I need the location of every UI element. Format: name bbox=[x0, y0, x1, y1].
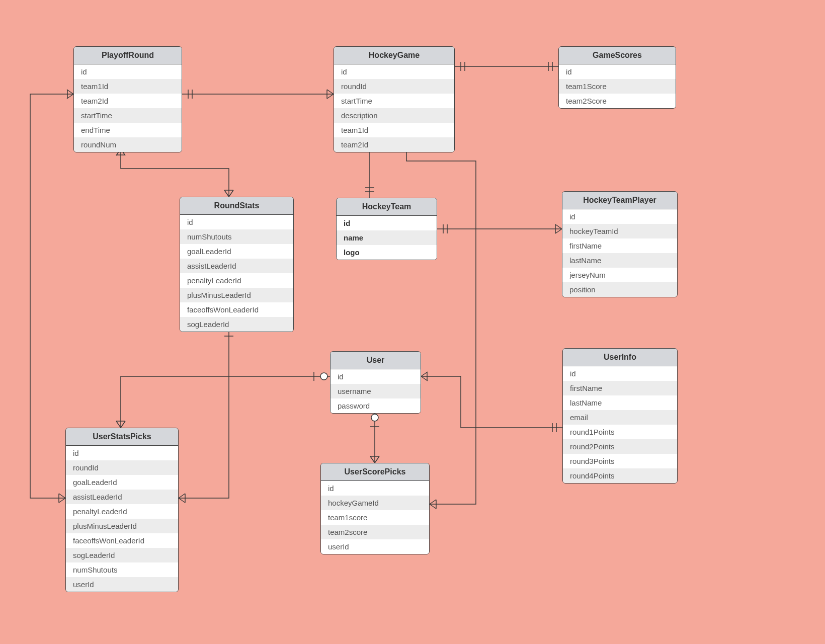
entity-field: logo bbox=[337, 245, 437, 260]
entity-field: email bbox=[563, 410, 677, 425]
entity-field: hockeyTeamId bbox=[562, 224, 677, 238]
entity-header: PlayoffRound bbox=[74, 47, 182, 64]
entity-field: endTime bbox=[74, 123, 182, 137]
entity-header: HockeyTeamPlayer bbox=[562, 192, 677, 209]
entity-header: UserStatsPicks bbox=[66, 428, 178, 446]
entity-field: position bbox=[562, 282, 677, 297]
entity-field: plusMinusLeaderId bbox=[180, 288, 293, 302]
entity-field: username bbox=[331, 384, 421, 398]
entity-playoff-round: PlayoffRound id team1Id team2Id startTim… bbox=[73, 46, 182, 152]
entity-field: firstName bbox=[563, 381, 677, 395]
entity-user: User id username password bbox=[330, 351, 421, 414]
entity-field: firstName bbox=[562, 238, 677, 253]
svg-point-0 bbox=[371, 414, 378, 421]
entity-field: team2Score bbox=[559, 94, 676, 108]
entity-header: UserScorePicks bbox=[321, 463, 429, 481]
entity-field: penaltyLeaderId bbox=[180, 273, 293, 288]
entity-field: id bbox=[321, 481, 429, 496]
entity-user-stats-picks: UserStatsPicks id roundId goalLeaderId a… bbox=[65, 428, 179, 592]
entity-field: goalLeaderId bbox=[66, 475, 178, 490]
entity-field: id bbox=[562, 209, 677, 224]
entity-field: id bbox=[180, 215, 293, 229]
entity-field: penaltyLeaderId bbox=[66, 504, 178, 519]
entity-field: team1Score bbox=[559, 79, 676, 94]
entity-field: round2Points bbox=[563, 439, 677, 454]
entity-field: assistLeaderId bbox=[180, 259, 293, 273]
entity-hockey-team: HockeyTeam id name logo bbox=[336, 198, 437, 260]
entity-field: roundId bbox=[334, 79, 454, 94]
entity-field: round4Points bbox=[563, 468, 677, 483]
entity-field: sogLeaderId bbox=[180, 317, 293, 332]
entity-field: numShutouts bbox=[66, 562, 178, 577]
entity-field: id bbox=[331, 369, 421, 384]
entity-field: roundId bbox=[66, 460, 178, 475]
entity-field: id bbox=[563, 366, 677, 381]
entity-game-scores: GameScores id team1Score team2Score bbox=[558, 46, 676, 109]
entity-field: startTime bbox=[74, 108, 182, 123]
entity-field: roundNum bbox=[74, 137, 182, 152]
entity-field: userId bbox=[66, 577, 178, 592]
entity-field: name bbox=[337, 230, 437, 245]
entity-field: goalLeaderId bbox=[180, 244, 293, 259]
entity-field: startTime bbox=[334, 94, 454, 108]
entity-field: round1Points bbox=[563, 425, 677, 439]
entity-field: assistLeaderId bbox=[66, 490, 178, 504]
entity-field: team2Id bbox=[74, 94, 182, 108]
entity-round-stats: RoundStats id numShutouts goalLeaderId a… bbox=[180, 197, 294, 332]
entity-field: team2score bbox=[321, 525, 429, 539]
entity-field: plusMinusLeaderId bbox=[66, 519, 178, 533]
entity-header: UserInfo bbox=[563, 349, 677, 366]
entity-field: team1Id bbox=[74, 79, 182, 94]
entity-field: faceoffsWonLeaderId bbox=[180, 302, 293, 317]
entity-field: id bbox=[337, 216, 437, 230]
entity-header: HockeyTeam bbox=[337, 198, 437, 216]
entity-field: team1Id bbox=[334, 123, 454, 137]
entity-user-score-picks: UserScorePicks id hockeyGameId team1scor… bbox=[320, 463, 430, 554]
svg-point-1 bbox=[320, 373, 327, 380]
entity-field: numShutouts bbox=[180, 229, 293, 244]
entity-field: description bbox=[334, 108, 454, 123]
entity-field: faceoffsWonLeaderId bbox=[66, 533, 178, 548]
entity-field: team2Id bbox=[334, 137, 454, 152]
entity-field: lastName bbox=[563, 395, 677, 410]
entity-field: password bbox=[331, 398, 421, 413]
entity-user-info: UserInfo id firstName lastName email rou… bbox=[562, 348, 678, 484]
entity-field: id bbox=[66, 446, 178, 460]
entity-field: team1score bbox=[321, 510, 429, 525]
entity-field: lastName bbox=[562, 253, 677, 268]
entity-field: id bbox=[74, 64, 182, 79]
entity-field: userId bbox=[321, 539, 429, 554]
entity-hockey-team-player: HockeyTeamPlayer id hockeyTeamId firstNa… bbox=[562, 191, 678, 297]
entity-field: hockeyGameId bbox=[321, 496, 429, 510]
entity-field: jerseyNum bbox=[562, 268, 677, 282]
entity-field: id bbox=[334, 64, 454, 79]
entity-hockey-game: HockeyGame id roundId startTime descript… bbox=[334, 46, 455, 152]
entity-header: RoundStats bbox=[180, 197, 293, 215]
entity-header: GameScores bbox=[559, 47, 676, 64]
entity-field: sogLeaderId bbox=[66, 548, 178, 562]
entity-header: HockeyGame bbox=[334, 47, 454, 64]
entity-header: User bbox=[331, 352, 421, 369]
entity-field: id bbox=[559, 64, 676, 79]
entity-field: round3Points bbox=[563, 454, 677, 468]
